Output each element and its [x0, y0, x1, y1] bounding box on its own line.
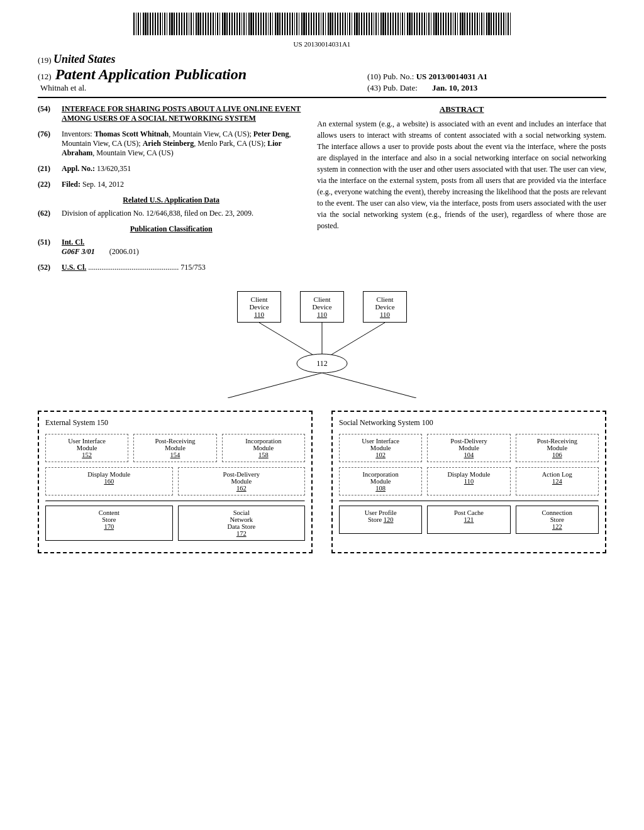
- abstract-title: ABSTRACT: [317, 104, 606, 114]
- soc-user-profile-store: User ProfileStore 120: [339, 506, 422, 534]
- soc-divider: [339, 501, 599, 502]
- ext-post-delivery-module: Post-DeliveryModule162: [178, 467, 306, 495]
- soc-inc-num: 108: [375, 485, 386, 492]
- soc-pr-num: 106: [552, 451, 562, 458]
- patent-title-text: Patent Application Publication: [55, 66, 247, 83]
- barcode-image: [133, 13, 511, 35]
- soc-incorporation-module: IncorporationModule108: [339, 467, 422, 495]
- pub-date-label: (43) Pub. Date:: [367, 83, 418, 92]
- connection-lines-svg: 112: [228, 323, 416, 373]
- left-header: (19) United States (12) Patent Applicati…: [38, 53, 247, 93]
- pub-num-value: US 2013/0014031 A1: [416, 72, 487, 81]
- inventors-text: Thomas Scott Whitnah, Mountain View, CA …: [62, 130, 291, 157]
- ext-inc-num: 158: [258, 451, 269, 458]
- ext-cs-num: 170: [104, 523, 114, 530]
- appl-num: (21): [38, 164, 62, 174]
- client-device-3: ClientDevice110: [363, 291, 407, 323]
- pub-date-value: Jan. 10, 2013: [432, 83, 477, 92]
- inventors-field: (76) Inventors: Thomas Scott Whitnah, Mo…: [38, 130, 304, 158]
- ext-module-row-3: ContentStore170 SocialNetworkData Store1…: [45, 506, 305, 541]
- filed-value: Sep. 14, 2012: [82, 180, 124, 189]
- country-name: United States: [53, 53, 116, 65]
- us-cl-field: (52) U.S. Cl. ..........................…: [38, 263, 304, 272]
- ext-display-module: Display Module160: [45, 467, 173, 495]
- ext-module-row-2: Display Module160 Post-DeliveryModule162: [45, 467, 305, 495]
- top-diagram: ClientDevice110 ClientDevice110 ClientDe…: [38, 291, 606, 398]
- patent-header: (19) United States (12) Patent Applicati…: [38, 53, 606, 98]
- ext-ui-num: 152: [82, 451, 92, 458]
- us-cl-value: 715/753: [180, 263, 205, 272]
- appl-value: 13/620,351: [97, 164, 131, 173]
- soc-post-receiving-module: Post-ReceivingModule106: [516, 434, 599, 462]
- social-system-box: Social Networking System 100 User Interf…: [331, 411, 606, 553]
- patent-type-row: (12) Patent Application Publication: [38, 66, 247, 83]
- svg-text:112: 112: [316, 359, 328, 368]
- filed-field: (22) Filed: Sep. 14, 2012: [38, 180, 304, 189]
- us-cl-dots: ........................................…: [88, 263, 180, 272]
- ext-post-receiving-module: Post-ReceivingModule154: [133, 434, 216, 462]
- division-content: Division of application No. 12/646,838, …: [62, 209, 304, 218]
- device-label-1: ClientDevice110: [244, 296, 274, 318]
- pub-date-line: (43) Pub. Date: Jan. 10, 2013: [367, 83, 606, 93]
- soc-al-num: 124: [552, 478, 562, 485]
- ext-content-store: ContentStore170: [45, 506, 173, 541]
- device-label-3: ClientDevice110: [370, 296, 400, 318]
- int-cl-field: (51) Int. Cl. G06F 3/01 (2006.01): [38, 238, 304, 257]
- social-system-title: Social Networking System 100: [339, 418, 599, 428]
- title-label: INTERFACE FOR SHARING POSTS ABOUT A LIVE…: [62, 104, 301, 123]
- title-content: INTERFACE FOR SHARING POSTS ABOUT A LIVE…: [62, 104, 304, 123]
- client-devices-row: ClientDevice110 ClientDevice110 ClientDe…: [237, 291, 407, 323]
- ext-user-interface-module: User InterfaceModule152: [45, 434, 128, 462]
- title-num: (54): [38, 104, 62, 123]
- diagram-area: ClientDevice110 ClientDevice110 ClientDe…: [38, 291, 606, 553]
- filed-num: (22): [38, 180, 62, 189]
- us-cl-num: (52): [38, 263, 62, 272]
- int-cl-values: G06F 3/01 (2006.01): [62, 247, 304, 257]
- appl-label: Appl. No.:: [62, 164, 95, 173]
- appl-content: Appl. No.: 13/620,351: [62, 164, 304, 174]
- division-num: (62): [38, 209, 62, 218]
- int-cl-label: Int. Cl.: [62, 238, 304, 247]
- filed-content: Filed: Sep. 14, 2012: [62, 180, 304, 189]
- device-box-3: ClientDevice110: [363, 291, 407, 323]
- ext-divider: [45, 501, 305, 502]
- right-header: (10) Pub. No.: US 2013/0014031 A1 (43) P…: [367, 53, 606, 94]
- ext-module-row-1: User InterfaceModule152 Post-ReceivingMo…: [45, 434, 305, 462]
- ext-pr-num: 154: [170, 451, 180, 458]
- inventors-byline: Whitnah et al.: [40, 83, 247, 93]
- device-label-2: ClientDevice110: [307, 296, 337, 318]
- soc-user-interface-module: User InterfaceModule102: [339, 434, 422, 462]
- appl-field: (21) Appl. No.: 13/620,351: [38, 164, 304, 174]
- abstract-text: An external system (e.g., a website) is …: [317, 118, 606, 231]
- soc-display-module: Display Module110: [427, 467, 510, 495]
- bottom-boxes: External System 150 User InterfaceModule…: [38, 411, 606, 553]
- svg-line-5: [228, 373, 322, 398]
- client-device-2: ClientDevice110: [300, 291, 344, 323]
- main-content: (54) INTERFACE FOR SHARING POSTS ABOUT A…: [38, 104, 606, 279]
- device-box-2: ClientDevice110: [300, 291, 344, 323]
- us-cl-label: U.S. Cl.: [62, 263, 86, 272]
- soc-post-cache: Post Cache121: [427, 506, 510, 534]
- pub-number-top: US 20130014031A1: [38, 40, 606, 48]
- svg-line-6: [322, 373, 416, 398]
- ext-incorporation-module: IncorporationModule158: [222, 434, 305, 462]
- lower-connection-svg: [102, 373, 542, 398]
- inventors-label: Inventors:: [62, 130, 94, 138]
- left-column: (54) INTERFACE FOR SHARING POSTS ABOUT A…: [38, 104, 304, 279]
- int-cl-num: (51): [38, 238, 62, 257]
- soc-disp-num: 110: [464, 478, 474, 485]
- ext-disp-num: 160: [104, 478, 114, 485]
- int-cl-content: Int. Cl. G06F 3/01 (2006.01): [62, 238, 304, 257]
- right-column: ABSTRACT An external system (e.g., a web…: [317, 104, 606, 279]
- title-field: (54) INTERFACE FOR SHARING POSTS ABOUT A…: [38, 104, 304, 123]
- int-cl-year: (2006.01): [109, 247, 139, 256]
- pub-num-label: (10) Pub. No.:: [367, 72, 414, 81]
- soc-conn-num: 122: [552, 523, 562, 530]
- country-label: (19) United States: [38, 53, 247, 66]
- pub-class-title: Publication Classification: [38, 224, 304, 234]
- soc-up-num: 120: [384, 516, 394, 523]
- external-system-box: External System 150 User InterfaceModule…: [38, 411, 313, 553]
- division-field: (62) Division of application No. 12/646,…: [38, 209, 304, 218]
- client-device-1: ClientDevice110: [237, 291, 281, 323]
- soc-action-log: Action Log124: [516, 467, 599, 495]
